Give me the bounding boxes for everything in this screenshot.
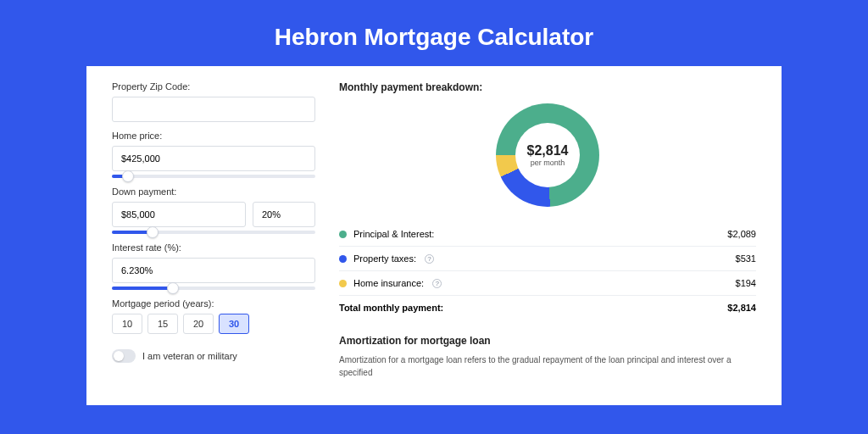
total-value: $2,814: [727, 303, 756, 313]
legend-dot-icon: [339, 255, 347, 263]
info-icon[interactable]: ?: [425, 254, 434, 264]
home-price-input[interactable]: [112, 146, 315, 171]
page-title: Hebron Mortgage Calculator: [0, 0, 868, 66]
info-icon[interactable]: ?: [432, 279, 442, 288]
slider-thumb-icon[interactable]: [122, 170, 134, 182]
legend-dot-icon: [339, 231, 347, 238]
breakdown-value: $2,089: [727, 229, 756, 239]
down-payment-slider[interactable]: [112, 231, 315, 234]
interest-rate-slider[interactable]: [112, 287, 315, 290]
breakdown-label: Property taxes:: [353, 253, 416, 264]
breakdown-row: Property taxes:?$531: [339, 247, 756, 271]
slider-thumb-icon[interactable]: [167, 282, 179, 294]
calculator-card: Property Zip Code: Home price: Down paym…: [86, 66, 782, 405]
home-price-slider[interactable]: [112, 175, 315, 178]
breakdown-row: Home insurance:?$194: [339, 271, 756, 296]
breakdown-title: Monthly payment breakdown:: [339, 81, 756, 93]
donut-center: $2,814 per month: [515, 123, 580, 187]
breakdown-label: Principal & Interest:: [353, 229, 434, 239]
zip-label: Property Zip Code:: [112, 81, 315, 92]
down-payment-input[interactable]: [112, 202, 246, 227]
donut-amount: $2,814: [527, 143, 569, 159]
breakdown-value: $194: [736, 278, 756, 288]
zip-input[interactable]: [112, 97, 315, 122]
breakdown-value: $531: [736, 253, 756, 264]
down-payment-label: Down payment:: [112, 186, 315, 197]
breakdown-label: Home insurance:: [353, 278, 424, 288]
period-button-20[interactable]: 20: [183, 314, 214, 334]
veteran-toggle[interactable]: [112, 349, 136, 363]
period-button-30[interactable]: 30: [219, 314, 249, 334]
amort-title: Amortization for mortgage loan: [339, 335, 756, 347]
mortgage-period-label: Mortgage period (years):: [112, 298, 315, 309]
period-button-10[interactable]: 10: [112, 314, 142, 334]
legend-dot-icon: [339, 280, 347, 287]
down-payment-pct-input[interactable]: [253, 202, 315, 227]
breakdown-row: Principal & Interest:$2,089: [339, 222, 756, 247]
form-column: Property Zip Code: Home price: Down paym…: [112, 81, 315, 405]
slider-thumb-icon[interactable]: [147, 226, 159, 238]
donut-sub: per month: [531, 159, 565, 167]
amort-text: Amortization for a mortgage loan refers …: [339, 353, 756, 379]
breakdown-column: Monthly payment breakdown: $2,814 per mo…: [339, 81, 756, 405]
interest-rate-input[interactable]: [112, 258, 315, 283]
total-label: Total monthly payment:: [339, 303, 443, 313]
interest-rate-label: Interest rate (%):: [112, 242, 315, 253]
veteran-label: I am veteran or military: [142, 351, 237, 361]
period-button-15[interactable]: 15: [147, 314, 178, 334]
payment-donut-chart: $2,814 per month: [496, 103, 599, 207]
home-price-label: Home price:: [112, 131, 315, 141]
mortgage-period-group: 10152030: [112, 314, 315, 334]
